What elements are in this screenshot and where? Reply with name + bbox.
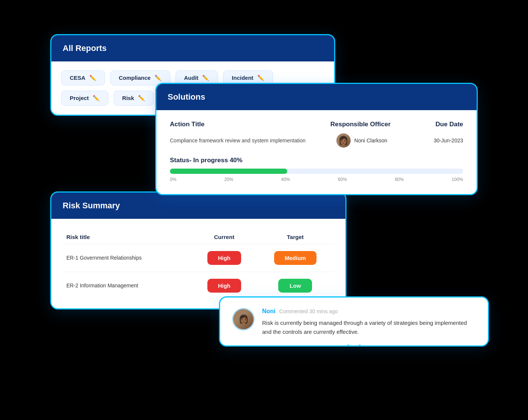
report-tab-label: Compliance bbox=[119, 75, 151, 81]
report-tab-label: Project bbox=[70, 95, 89, 101]
solutions-card: Solutions Action Title Responsible Offic… bbox=[155, 83, 478, 195]
risk-row-title: ER-1 Government Relationships bbox=[63, 244, 192, 272]
comment-avatar: 👩🏾 bbox=[232, 308, 255, 330]
risk-table: Risk title Current Target ER-1 Governmen… bbox=[63, 228, 334, 299]
solutions-data-row: Compliance framework review and system i… bbox=[170, 133, 463, 148]
progress-labels: 0%20%40%60%80%100% bbox=[170, 177, 463, 182]
risk-row-target: Low bbox=[256, 272, 334, 299]
edit-icon: ✏️ bbox=[93, 95, 100, 102]
risk-row-current: High bbox=[192, 272, 256, 299]
risk-col-current: Current bbox=[192, 228, 256, 244]
officer-avatar: 👩🏾 bbox=[336, 133, 351, 148]
solutions-body: Action Title Responsible Officer Due Dat… bbox=[156, 110, 477, 194]
comment-content: Noni Commented 30 mins ago Risk is curre… bbox=[262, 308, 476, 336]
edit-icon: ✏️ bbox=[138, 95, 145, 102]
edit-icon: ✏️ bbox=[89, 75, 96, 81]
edit-icon: ✏️ bbox=[202, 75, 209, 81]
solutions-status-label: Status- In progress 40% bbox=[170, 157, 463, 164]
risk-col-target: Target bbox=[256, 228, 334, 244]
report-tab-risk[interactable]: Risk✏️ bbox=[114, 91, 154, 106]
risk-badge-current: High bbox=[207, 251, 241, 265]
officer-name: Noni Clarkson bbox=[354, 138, 387, 143]
comment-avatar-img: 👩🏾 bbox=[233, 309, 254, 329]
risk-summary-card: Risk Summary Risk title Current Target E… bbox=[50, 191, 346, 309]
solutions-table-header: Action Title Responsible Officer Due Dat… bbox=[170, 121, 463, 128]
progress-label: 0% bbox=[170, 177, 176, 182]
progress-label: 60% bbox=[338, 177, 347, 182]
solutions-header: Solutions bbox=[156, 84, 477, 110]
solutions-due-date: 30-Jun-2023 bbox=[405, 138, 463, 143]
report-tab-label: Audit bbox=[184, 75, 198, 81]
comment-meta: Noni Commented 30 mins ago bbox=[262, 308, 476, 315]
report-tab-label: Risk bbox=[122, 95, 134, 101]
risk-badge-target: Low bbox=[278, 279, 312, 293]
progress-label: 80% bbox=[395, 177, 404, 182]
report-tab-cesa[interactable]: CESA✏️ bbox=[61, 70, 105, 85]
all-reports-title: All Reports bbox=[63, 43, 106, 53]
risk-row-title: ER-2 Information Management bbox=[63, 272, 192, 299]
comment-time: Commented 30 mins ago bbox=[279, 308, 338, 314]
progress-label: 20% bbox=[224, 177, 233, 182]
solutions-col-title: Action Title bbox=[170, 121, 316, 128]
table-row: ER-2 Information Management High Low bbox=[63, 272, 334, 299]
risk-summary-title: Risk Summary bbox=[63, 201, 120, 210]
progress-bar-container bbox=[170, 169, 463, 174]
report-tab-project[interactable]: Project✏️ bbox=[61, 91, 108, 106]
progress-label: 100% bbox=[452, 177, 463, 182]
avatar-silhouette: 👩🏾 bbox=[336, 133, 351, 148]
report-tab-label: Incident bbox=[232, 75, 254, 81]
solutions-col-officer: Responsible Officer bbox=[316, 121, 405, 128]
risk-row-current: High bbox=[192, 244, 256, 272]
risk-badge-current: High bbox=[207, 279, 241, 293]
risk-summary-body: Risk title Current Target ER-1 Governmen… bbox=[51, 219, 345, 308]
all-reports-header: All Reports bbox=[51, 35, 334, 61]
table-row: ER-1 Government Relationships High Mediu… bbox=[63, 244, 334, 272]
risk-summary-header: Risk Summary bbox=[51, 193, 345, 219]
solutions-action-title: Compliance framework review and system i… bbox=[170, 138, 318, 143]
report-tab-label: CESA bbox=[70, 75, 86, 81]
solutions-officer: 👩🏾 Noni Clarkson bbox=[318, 133, 405, 148]
progress-label: 40% bbox=[281, 177, 290, 182]
comment-body: 👩🏾 Noni Commented 30 mins ago Risk is cu… bbox=[220, 297, 488, 345]
solutions-col-date: Due Date bbox=[405, 121, 463, 128]
comment-text: Risk is currently being managed through … bbox=[262, 318, 476, 336]
solutions-title: Solutions bbox=[168, 92, 205, 102]
risk-row-target: Medium bbox=[256, 244, 334, 272]
edit-icon: ✏️ bbox=[154, 75, 162, 81]
risk-badge-target: Medium bbox=[274, 251, 316, 265]
comment-card: 👩🏾 Noni Commented 30 mins ago Risk is cu… bbox=[219, 296, 489, 347]
progress-bar-fill bbox=[170, 169, 287, 174]
edit-icon: ✏️ bbox=[257, 75, 264, 81]
comment-author: Noni bbox=[262, 308, 276, 315]
risk-col-title: Risk title bbox=[63, 228, 192, 244]
